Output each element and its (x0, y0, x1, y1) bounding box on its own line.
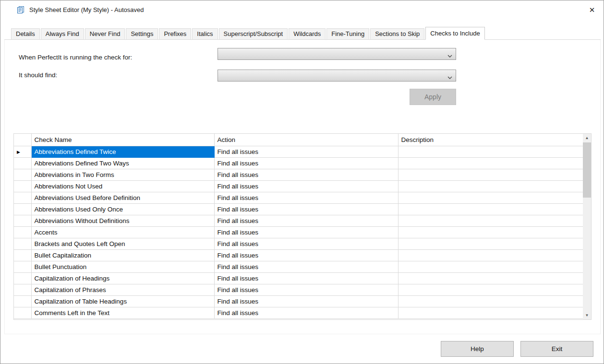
row-selector-cell[interactable] (14, 192, 31, 203)
col-header-description[interactable]: Description (398, 134, 583, 146)
action-cell[interactable]: Find all issues (214, 180, 398, 192)
check-name-cell[interactable]: Comments Left in the Text (31, 307, 214, 318)
row-selector-cell[interactable] (14, 272, 31, 284)
current-row-arrow-icon: ▶ (17, 150, 20, 154)
tab-settings[interactable]: Settings (126, 28, 158, 39)
action-cell[interactable]: Find all issues (214, 284, 398, 295)
row-selector-cell[interactable] (14, 261, 31, 272)
table-row[interactable]: Brackets and Quotes Left OpenFind all is… (14, 238, 583, 249)
help-button[interactable]: Help (441, 341, 514, 357)
scroll-down-icon[interactable]: ▼ (583, 311, 591, 319)
table-row[interactable]: Abbreviations Not UsedFind all issues (14, 180, 583, 192)
action-cell[interactable]: Find all issues (214, 203, 398, 215)
check-name-cell[interactable]: Brackets and Quotes Left Open (31, 238, 214, 249)
check-name-cell[interactable]: Abbreviations Defined Two Ways (31, 157, 214, 169)
description-cell[interactable] (398, 226, 583, 238)
row-selector-cell[interactable] (14, 157, 31, 169)
row-selector-cell[interactable] (14, 307, 31, 318)
check-name-cell[interactable]: Abbreviations Without Definitions (31, 215, 214, 226)
description-cell[interactable] (398, 203, 583, 215)
row-selector-cell[interactable] (14, 284, 31, 295)
table-row[interactable]: ▶Abbreviations Defined TwiceFind all iss… (14, 146, 583, 157)
row-selector-cell[interactable] (14, 295, 31, 307)
table-row[interactable]: Abbreviations Without DefinitionsFind al… (14, 215, 583, 226)
description-cell[interactable] (398, 249, 583, 261)
check-name-cell[interactable]: Abbreviations in Two Forms (31, 169, 214, 180)
row-selector-cell[interactable] (14, 215, 31, 226)
action-cell[interactable]: Find all issues (214, 215, 398, 226)
action-cell[interactable]: Find all issues (214, 157, 398, 169)
scrollbar-thumb[interactable] (583, 142, 591, 198)
apply-button[interactable]: Apply (410, 89, 456, 105)
table-row[interactable]: Abbreviations Used Only OnceFind all iss… (14, 203, 583, 215)
check-name-cell[interactable]: Capitalization of Headings (31, 272, 214, 284)
scroll-up-icon[interactable]: ▲ (583, 134, 591, 142)
table-row[interactable]: Abbreviations Defined Two WaysFind all i… (14, 157, 583, 169)
description-cell[interactable] (398, 146, 583, 157)
tab-sections-to-skip[interactable]: Sections to Skip (370, 28, 424, 39)
check-name-cell[interactable]: Abbreviations Used Only Once (31, 203, 214, 215)
table-row[interactable]: Capitalization of HeadingsFind all issue… (14, 272, 583, 284)
should-find-dropdown[interactable] (217, 70, 456, 82)
description-cell[interactable] (398, 272, 583, 284)
check-name-cell[interactable]: Accents (31, 226, 214, 238)
description-cell[interactable] (398, 295, 583, 307)
action-cell[interactable]: Find all issues (214, 295, 398, 307)
tab-never-find[interactable]: Never Find (85, 28, 125, 39)
table-row[interactable]: Capitalization of Table HeadingsFind all… (14, 295, 583, 307)
table-row[interactable]: Abbreviations in Two FormsFind all issue… (14, 169, 583, 180)
action-cell[interactable]: Find all issues (214, 192, 398, 203)
row-selector-cell[interactable]: ▶ (14, 146, 31, 157)
tab-superscript-subscript[interactable]: Superscript/Subscript (219, 28, 288, 39)
tab-checks-to-include[interactable]: Checks to Include (425, 27, 484, 40)
table-row[interactable]: Bullet CapitalizationFind all issues (14, 249, 583, 261)
description-cell[interactable] (398, 307, 583, 318)
check-name-cell[interactable]: Bullet Capitalization (31, 249, 214, 261)
table-row[interactable]: Capitalization of PhrasesFind all issues (14, 284, 583, 295)
row-selector-cell[interactable] (14, 180, 31, 192)
description-cell[interactable] (398, 192, 583, 203)
action-cell[interactable]: Find all issues (214, 169, 398, 180)
tab-italics[interactable]: Italics (192, 28, 217, 39)
check-name-cell[interactable]: Capitalization of Table Headings (31, 295, 214, 307)
table-row[interactable]: Bullet PunctuationFind all issues (14, 261, 583, 272)
vertical-scrollbar[interactable]: ▲ ▼ (583, 134, 591, 319)
description-cell[interactable] (398, 238, 583, 249)
action-cell[interactable]: Find all issues (214, 307, 398, 318)
action-cell[interactable]: Find all issues (214, 146, 398, 157)
check-name-cell[interactable]: Abbreviations Used Before Definition (31, 192, 214, 203)
description-cell[interactable] (398, 261, 583, 272)
table-row[interactable]: Comments Left in the TextFind all issues (14, 307, 583, 318)
action-cell[interactable]: Find all issues (214, 249, 398, 261)
tab-details[interactable]: Details (11, 28, 40, 39)
col-header-check-name[interactable]: Check Name (31, 134, 214, 146)
description-cell[interactable] (398, 157, 583, 169)
table-row[interactable]: AccentsFind all issues (14, 226, 583, 238)
check-name-cell[interactable]: Abbreviations Defined Twice (31, 146, 214, 157)
action-cell[interactable]: Find all issues (214, 261, 398, 272)
table-row[interactable]: Abbreviations Used Before DefinitionFind… (14, 192, 583, 203)
col-header-action[interactable]: Action (214, 134, 398, 146)
description-cell[interactable] (398, 180, 583, 192)
tab-fine-tuning[interactable]: Fine-Tuning (326, 28, 369, 39)
tab-always-find[interactable]: Always Find (41, 28, 84, 39)
tab-prefixes[interactable]: Prefixes (159, 28, 191, 39)
check-name-cell[interactable]: Abbreviations Not Used (31, 180, 214, 192)
row-selector-cell[interactable] (14, 169, 31, 180)
row-selector-cell[interactable] (14, 226, 31, 238)
description-cell[interactable] (398, 284, 583, 295)
row-selector-cell[interactable] (14, 249, 31, 261)
action-cell[interactable]: Find all issues (214, 272, 398, 284)
description-cell[interactable] (398, 169, 583, 180)
row-selector-cell[interactable] (14, 203, 31, 215)
exit-button[interactable]: Exit (520, 341, 593, 357)
action-cell[interactable]: Find all issues (214, 238, 398, 249)
description-cell[interactable] (398, 215, 583, 226)
check-for-dropdown[interactable] (217, 48, 456, 60)
check-name-cell[interactable]: Bullet Punctuation (31, 261, 214, 272)
check-name-cell[interactable]: Capitalization of Phrases (31, 284, 214, 295)
action-cell[interactable]: Find all issues (214, 226, 398, 238)
row-selector-cell[interactable] (14, 238, 31, 249)
tab-wildcards[interactable]: Wildcards (289, 28, 326, 39)
close-button[interactable]: ✕ (586, 4, 598, 16)
